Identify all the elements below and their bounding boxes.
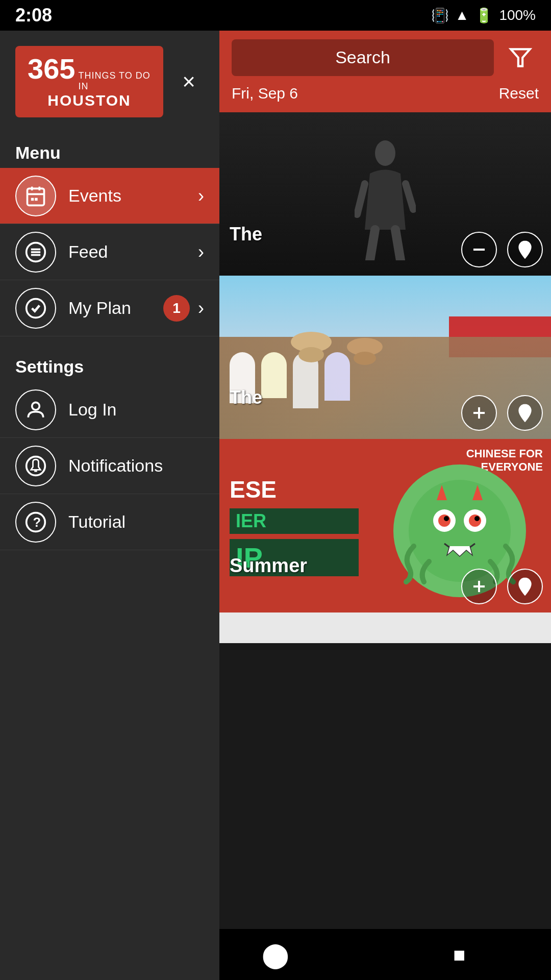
tutorial-label: Tutorial (68, 512, 204, 532)
svg-rect-4 (31, 198, 34, 201)
reset-button[interactable]: Reset (499, 85, 539, 102)
event-card-3[interactable]: ESE IER IP CHINESE FOR EVERYONE (219, 439, 551, 612)
svg-point-32 (469, 514, 481, 527)
sidebar-item-notifications[interactable]: Notifications (0, 438, 219, 494)
recent-button[interactable]: ■ (439, 934, 480, 975)
sidebar-item-tutorial[interactable]: ? Tutorial (0, 494, 219, 550)
sidebar-item-login[interactable]: Log In (0, 382, 219, 438)
myplan-label: My Plan (68, 298, 163, 318)
battery-icon: 🔋 (475, 7, 493, 24)
main-container: 365 THINGS TO DO IN HOUSTON × Menu (0, 31, 551, 980)
status-bar: 2:08 📳 ▲ 🔋 100% (0, 0, 551, 31)
event-card-3-image: ESE IER IP CHINESE FOR EVERYONE (219, 439, 551, 612)
card1-location-button[interactable] (507, 232, 543, 267)
event-card-2[interactable]: The (219, 276, 551, 439)
svg-point-24 (522, 245, 528, 250)
svg-line-21 (370, 230, 375, 260)
event-card-1-image: The (219, 112, 551, 276)
svg-point-33 (444, 516, 449, 521)
feed-arrow: › (198, 241, 204, 263)
svg-point-34 (474, 516, 480, 521)
card3-text-ier: IER (230, 508, 359, 534)
card2-location-button[interactable] (507, 395, 543, 431)
svg-line-19 (357, 184, 365, 214)
card1-actions (461, 232, 543, 267)
sidebar: 365 THINGS TO DO IN HOUSTON × Menu (0, 31, 219, 980)
wifi-icon: ▲ (455, 7, 469, 23)
events-icon (15, 176, 56, 216)
events-arrow: › (198, 185, 204, 207)
filter-icon (508, 45, 533, 70)
recent-icon: ■ (453, 943, 465, 966)
card3-add-button[interactable] (461, 569, 497, 604)
notifications-label: Notifications (68, 456, 204, 476)
search-text: Search (335, 47, 390, 67)
right-content: Search Fri, Sep 6 Reset (219, 31, 551, 980)
sidebar-item-myplan[interactable]: My Plan 1 › (0, 280, 219, 336)
card3-left: ESE IER IP (219, 439, 369, 612)
card3-text-ese: ESE (230, 476, 359, 503)
sidebar-item-events[interactable]: Events › (0, 168, 219, 224)
app-logo: 365 THINGS TO DO IN HOUSTON (15, 46, 163, 117)
top-bar: Search Fri, Sep 6 Reset (219, 31, 551, 112)
menu-label: Menu (0, 133, 219, 168)
svg-rect-5 (35, 198, 38, 201)
status-icons: 📳 ▲ 🔋 100% (431, 7, 536, 24)
sidebar-item-feed[interactable]: Feed › (0, 224, 219, 280)
svg-rect-0 (28, 188, 44, 205)
logo-subtitle: THINGS TO DO IN (78, 70, 151, 92)
sidebar-header: 365 THINGS TO DO IN HOUSTON × (0, 31, 219, 133)
home-button[interactable]: ⬤ (255, 934, 296, 975)
top-bar-row2: Fri, Sep 6 Reset (232, 81, 539, 106)
performer-silhouette (355, 138, 416, 260)
top-bar-row1: Search (232, 37, 539, 78)
settings-label: Settings (0, 336, 219, 382)
card2-add-button[interactable] (461, 395, 497, 431)
svg-point-18 (375, 140, 395, 166)
svg-point-37 (522, 582, 528, 587)
svg-line-22 (395, 230, 400, 260)
event-card-1[interactable]: The (219, 112, 551, 276)
logo-houston: HOUSTON (47, 92, 131, 109)
feed-label: Feed (68, 242, 198, 262)
svg-point-31 (438, 514, 450, 527)
vibrate-icon: 📳 (431, 7, 449, 24)
tutorial-icon: ? (15, 502, 56, 543)
svg-point-27 (522, 408, 528, 413)
svg-text:?: ? (33, 515, 41, 529)
notifications-icon (15, 446, 56, 486)
feed-icon (15, 232, 56, 273)
events-label: Events (68, 186, 198, 206)
svg-marker-17 (511, 49, 530, 66)
status-time: 2:08 (15, 5, 52, 26)
event-card-2-image: The (219, 276, 551, 439)
filter-button[interactable] (502, 39, 539, 76)
myplan-arrow: › (198, 298, 204, 319)
date-text: Fri, Sep 6 (232, 85, 298, 102)
logo-365: 365 (28, 55, 75, 83)
card2-actions (461, 395, 543, 431)
myplan-badge: 1 (163, 295, 190, 322)
login-icon (15, 389, 56, 430)
svg-point-11 (32, 402, 40, 410)
home-icon: ⬤ (262, 940, 289, 969)
card2-title: The (230, 387, 262, 408)
events-area: The (219, 112, 551, 980)
partial-card (219, 612, 551, 643)
card3-title: Summer (230, 555, 307, 577)
card1-remove-button[interactable] (461, 232, 497, 267)
card3-actions (461, 569, 543, 604)
card1-title: The (230, 224, 262, 245)
myplan-icon (15, 288, 56, 329)
close-button[interactable]: × (173, 66, 204, 97)
svg-line-20 (406, 184, 413, 209)
login-label: Log In (68, 400, 204, 420)
card3-location-button[interactable] (507, 569, 543, 604)
search-box[interactable]: Search (232, 39, 494, 76)
battery-percent: 100% (499, 7, 536, 23)
